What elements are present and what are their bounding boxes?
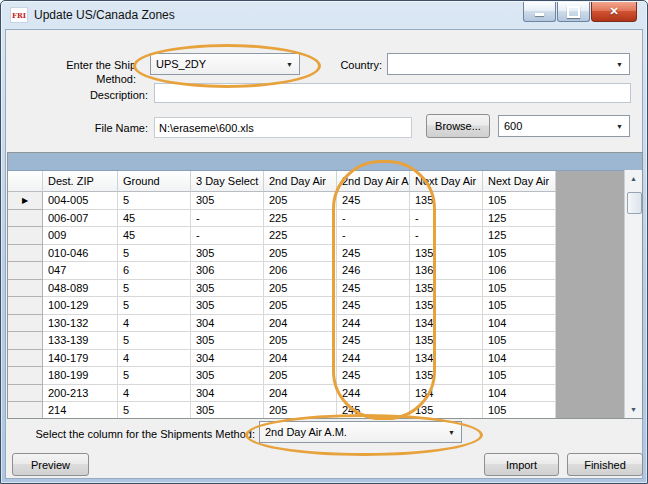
file-name-field[interactable] bbox=[154, 117, 412, 138]
grid-corner-cell[interactable] bbox=[8, 171, 43, 192]
grid-cell[interactable]: 135 bbox=[410, 192, 483, 210]
grid-cell[interactable]: 205 bbox=[264, 192, 337, 210]
grid-cell[interactable]: 105 bbox=[483, 245, 556, 263]
grid-cell[interactable]: 4 bbox=[118, 385, 191, 403]
row-selector-cell[interactable] bbox=[8, 210, 43, 228]
minimize-button[interactable] bbox=[523, 2, 556, 22]
grid-cell[interactable]: 140-179 bbox=[43, 350, 118, 368]
grid-cell[interactable]: 135 bbox=[410, 297, 483, 315]
grid-column-header[interactable]: Ground bbox=[118, 171, 191, 192]
grid-cell[interactable]: 104 bbox=[483, 385, 556, 403]
grid-cell[interactable]: 105 bbox=[483, 367, 556, 385]
grid-cell[interactable]: 006-007 bbox=[43, 210, 118, 228]
grid-cell[interactable]: 5 bbox=[118, 367, 191, 385]
grid-cell[interactable]: 305 bbox=[191, 332, 264, 350]
grid-cell[interactable]: - bbox=[410, 210, 483, 228]
grid-cell[interactable]: 134 bbox=[410, 315, 483, 333]
grid-cell[interactable]: 245 bbox=[337, 402, 410, 419]
grid-cell[interactable]: - bbox=[337, 227, 410, 245]
grid-cell[interactable]: 047 bbox=[43, 262, 118, 280]
grid-cell[interactable]: 4 bbox=[118, 315, 191, 333]
grid-cell[interactable]: 105 bbox=[483, 402, 556, 419]
grid-cell[interactable]: 204 bbox=[264, 350, 337, 368]
row-selector-cell[interactable] bbox=[8, 385, 43, 403]
grid-cell[interactable]: - bbox=[191, 210, 264, 228]
grid-cell[interactable]: 134 bbox=[410, 350, 483, 368]
grid-cell[interactable]: 130-132 bbox=[43, 315, 118, 333]
grid-cell[interactable]: 104 bbox=[483, 350, 556, 368]
grid-cell[interactable]: 205 bbox=[264, 297, 337, 315]
row-selector-cell[interactable] bbox=[8, 297, 43, 315]
grid-cell[interactable]: - bbox=[337, 210, 410, 228]
shipments-method-combo[interactable]: 2nd Day Air A.M. ▼ bbox=[259, 421, 462, 443]
grid-cell[interactable]: 104 bbox=[483, 315, 556, 333]
grid-cell[interactable]: 106 bbox=[483, 262, 556, 280]
grid-cell[interactable]: 105 bbox=[483, 280, 556, 298]
grid-cell[interactable]: 100-129 bbox=[43, 297, 118, 315]
grid-cell[interactable]: 205 bbox=[264, 332, 337, 350]
finished-button[interactable]: Finished bbox=[567, 453, 643, 476]
grid-cell[interactable]: 244 bbox=[337, 315, 410, 333]
grid-cell[interactable]: 205 bbox=[264, 245, 337, 263]
grid-cell[interactable]: - bbox=[191, 227, 264, 245]
grid-cell[interactable]: 304 bbox=[191, 350, 264, 368]
row-selector-cell[interactable] bbox=[8, 367, 43, 385]
row-selector-cell[interactable] bbox=[8, 227, 43, 245]
grid-cell[interactable]: 304 bbox=[191, 385, 264, 403]
import-button[interactable]: Import bbox=[484, 453, 559, 476]
grid-cell[interactable]: 5 bbox=[118, 332, 191, 350]
grid-cell[interactable]: 305 bbox=[191, 192, 264, 210]
row-selector-cell[interactable] bbox=[8, 245, 43, 263]
grid-cell[interactable]: - bbox=[410, 227, 483, 245]
grid-cell[interactable]: 205 bbox=[264, 367, 337, 385]
grid-cell[interactable]: 6 bbox=[118, 262, 191, 280]
grid-cell[interactable]: 305 bbox=[191, 297, 264, 315]
grid-cell[interactable]: 305 bbox=[191, 402, 264, 419]
grid-cell[interactable]: 245 bbox=[337, 332, 410, 350]
scrollbar-thumb[interactable] bbox=[627, 192, 642, 214]
grid-cell[interactable]: 135 bbox=[410, 280, 483, 298]
grid-column-header[interactable]: Next Day Air bbox=[483, 171, 556, 192]
grid-cell[interactable]: 5 bbox=[118, 245, 191, 263]
grid-cell[interactable]: 125 bbox=[483, 227, 556, 245]
row-selector-cell[interactable] bbox=[8, 350, 43, 368]
grid-cell[interactable]: 304 bbox=[191, 315, 264, 333]
grid-cell[interactable]: 180-199 bbox=[43, 367, 118, 385]
grid-cell[interactable]: 105 bbox=[483, 192, 556, 210]
country-combo[interactable]: ▼ bbox=[387, 53, 630, 75]
close-button[interactable]: ✕ bbox=[591, 2, 637, 22]
grid-cell[interactable]: 244 bbox=[337, 385, 410, 403]
grid-cell[interactable]: 048-089 bbox=[43, 280, 118, 298]
row-selector-cell[interactable] bbox=[8, 262, 43, 280]
grid-cell[interactable]: 136 bbox=[410, 262, 483, 280]
grid-cell[interactable]: 245 bbox=[337, 192, 410, 210]
grid-cell[interactable]: 245 bbox=[337, 245, 410, 263]
grid-cell[interactable]: 245 bbox=[337, 367, 410, 385]
grid-cell[interactable]: 204 bbox=[264, 385, 337, 403]
grid-cell[interactable]: 305 bbox=[191, 280, 264, 298]
grid-cell[interactable]: 135 bbox=[410, 332, 483, 350]
sheet-combo[interactable]: 600 ▼ bbox=[498, 115, 630, 137]
grid-column-header[interactable]: Next Day Air bbox=[410, 171, 483, 192]
grid-cell[interactable]: 135 bbox=[410, 402, 483, 419]
grid-cell[interactable]: 5 bbox=[118, 280, 191, 298]
grid-cell[interactable]: 305 bbox=[191, 367, 264, 385]
grid-cell[interactable]: 225 bbox=[264, 210, 337, 228]
grid-cell[interactable]: 245 bbox=[337, 297, 410, 315]
grid-column-header[interactable]: 3 Day Select bbox=[191, 171, 264, 192]
row-selector-cell[interactable] bbox=[8, 315, 43, 333]
scroll-down-icon[interactable]: ▼ bbox=[625, 401, 642, 418]
grid-column-header[interactable]: 2nd Day Air bbox=[264, 171, 337, 192]
grid-cell[interactable]: 306 bbox=[191, 262, 264, 280]
grid-cell[interactable]: 135 bbox=[410, 367, 483, 385]
maximize-button[interactable] bbox=[557, 2, 590, 22]
grid-cell[interactable]: 135 bbox=[410, 245, 483, 263]
grid-cell[interactable]: 205 bbox=[264, 280, 337, 298]
grid-cell[interactable]: 009 bbox=[43, 227, 118, 245]
grid-cell[interactable]: 214 bbox=[43, 402, 118, 419]
grid-cell[interactable]: 225 bbox=[264, 227, 337, 245]
grid-cell[interactable]: 134 bbox=[410, 385, 483, 403]
browse-button[interactable]: Browse... bbox=[426, 114, 490, 138]
grid-cell[interactable]: 244 bbox=[337, 350, 410, 368]
row-selector-cell[interactable]: ▶ bbox=[8, 192, 43, 210]
